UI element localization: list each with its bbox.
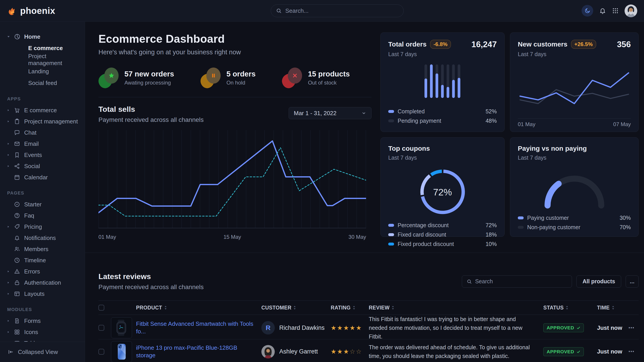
top-coupons-donut-chart: 72%: [418, 167, 467, 217]
row-actions-button[interactable]: ⋯: [628, 348, 639, 355]
sidebar-item-project-management-dashboard[interactable]: Project management: [7, 54, 79, 65]
sidebar-item-label: Project management: [24, 118, 78, 125]
caret-right-icon: [7, 109, 10, 112]
sidebar-item-landing[interactable]: Landing: [7, 65, 79, 77]
pause-icon: [210, 73, 216, 78]
collapse-sidebar-button[interactable]: Collapsed View: [0, 342, 85, 362]
row-actions-button[interactable]: ⋯: [628, 325, 639, 331]
table-row: Fitbit Sense Advanced Smartwatch with To…: [98, 315, 639, 340]
sidebar-item-email[interactable]: Email: [7, 138, 79, 149]
notifications-button[interactable]: [599, 7, 606, 14]
row-checkbox[interactable]: [98, 325, 104, 331]
question-circle-icon: [14, 212, 20, 219]
stat-new-orders: 57 new orders Awating processing: [98, 67, 174, 88]
sidebar-item-errors[interactable]: Errors: [7, 266, 79, 277]
card-subtitle: Last 7 days: [518, 154, 587, 161]
date-range-select[interactable]: Mar 1 - 31, 2022: [289, 107, 372, 119]
sidebar-item-calendar[interactable]: Calendar: [7, 172, 79, 183]
sidebar-item-social[interactable]: Social: [7, 161, 79, 172]
new-customers-card: New customers +26.5% Last 7 days 356 01 …: [510, 32, 639, 132]
product-link[interactable]: Fitbit Sense Advanced Smartwatch with To…: [136, 320, 261, 335]
column-header-review[interactable]: REVIEW: [369, 305, 543, 311]
divider: [98, 97, 372, 97]
phoenix-flame-icon: [7, 6, 16, 16]
rating-stars: ★★★★★: [331, 324, 369, 332]
customer-cell[interactable]: R Richard Dawkins: [261, 321, 331, 335]
search-input[interactable]: [285, 7, 398, 14]
grid-squares-icon: [14, 329, 20, 335]
customer-cell[interactable]: Ashley Garrett: [261, 345, 331, 359]
sort-icon: [566, 306, 568, 310]
sort-icon: [164, 306, 167, 310]
row-checkbox[interactable]: [98, 349, 104, 355]
brand-name: phoenix: [20, 6, 55, 16]
compass-icon: [14, 201, 20, 208]
sidebar-item-tables[interactable]: Tables: [7, 338, 79, 342]
moon-icon: [584, 7, 590, 14]
sidebar-item-app-ecommerce[interactable]: E commerce: [7, 105, 79, 116]
column-header-status[interactable]: STATUS: [543, 305, 597, 311]
column-header-product[interactable]: PRODUCT: [136, 305, 261, 311]
caret-right-icon: [7, 142, 10, 145]
date-range-value: Mar 1 - 31, 2022: [294, 110, 336, 117]
column-header-rating[interactable]: RATING: [331, 305, 369, 311]
sidebar-item-events[interactable]: Events: [7, 149, 79, 161]
apps-menu-button[interactable]: [612, 7, 619, 14]
sidebar-item-app-project-management[interactable]: Project management: [7, 116, 79, 127]
sidebar-item-pricing[interactable]: Pricing: [7, 221, 79, 232]
sidebar-item-authentication[interactable]: Authentication: [7, 277, 79, 288]
sidebar-item-label: Icons: [24, 329, 38, 336]
stat-subtitle: On hold: [226, 80, 256, 86]
sidebar-item-label: Errors: [24, 268, 40, 275]
user-avatar[interactable]: [624, 4, 637, 17]
sidebar-item-layouts[interactable]: Layouts: [7, 288, 79, 299]
total-sells-title: Total sells: [98, 105, 204, 114]
chat-bubble-icon: [14, 129, 20, 136]
sidebar-item-label: Forms: [24, 318, 41, 325]
sidebar-item-faq[interactable]: Faq: [7, 210, 79, 221]
stat-subtitle: Awating processing: [124, 80, 174, 86]
sidebar-item-timeline[interactable]: Timeline: [7, 255, 79, 266]
legend-item: Percentage discount 72%: [388, 220, 497, 230]
select-all-checkbox[interactable]: [98, 305, 104, 311]
sidebar-item-label: Tables: [24, 340, 41, 342]
sidebar-item-label: Authentication: [24, 279, 61, 286]
sidebar-item-chat[interactable]: Chat: [7, 127, 79, 138]
sidebar-item-icons[interactable]: Icons: [7, 327, 79, 338]
stat-out-of-stock: 15 products Out of stock: [282, 67, 350, 88]
sidebar-item-members[interactable]: Members: [7, 244, 79, 255]
page-subtitle: Here's what's going on at your business …: [98, 48, 372, 56]
rating-stars: ★★★☆☆: [331, 348, 369, 355]
share-nodes-icon: [14, 163, 20, 169]
reviews-search[interactable]: [462, 276, 572, 288]
theme-toggle-button[interactable]: [582, 5, 593, 16]
all-products-button[interactable]: All products: [576, 276, 621, 288]
reviews-more-button[interactable]: ...: [626, 276, 639, 288]
brand-logo[interactable]: phoenix: [7, 6, 85, 16]
sidebar-item-starter[interactable]: Starter: [7, 199, 79, 210]
column-header-customer[interactable]: CUSTOMER: [261, 305, 331, 311]
product-thumbnail: [111, 317, 132, 338]
card-value: 16,247: [472, 40, 497, 49]
sidebar-item-label: Starter: [24, 201, 42, 208]
paying-vs-nonpaying-card: Paying vs non paying Last 7 days Payi: [510, 137, 639, 237]
stat-title: 15 products: [308, 70, 350, 78]
sidebar-item-home[interactable]: Home: [7, 31, 79, 42]
sidebar-item-social-feed[interactable]: Social feed: [7, 77, 79, 89]
sidebar-item-label: Pricing: [24, 223, 42, 230]
global-search[interactable]: [271, 4, 404, 17]
warning-triangle-icon: [14, 268, 20, 275]
sidebar-item-ecommerce-dashboard[interactable]: E commerce: [7, 42, 79, 54]
caret-right-icon: [7, 153, 10, 156]
column-header-time[interactable]: TIME: [597, 305, 628, 311]
table-header-row: PRODUCT CUSTOMER RATING: [98, 301, 639, 315]
product-link[interactable]: iPhone 13 pro max-Pacific Blue-128GB sto…: [136, 344, 261, 359]
reviews-search-input[interactable]: [475, 278, 567, 285]
reviews-table: PRODUCT CUSTOMER RATING: [98, 301, 639, 362]
sidebar-item-label: Calendar: [24, 174, 48, 181]
sidebar-item-forms[interactable]: Forms: [7, 315, 79, 327]
sidebar-item-notifications[interactable]: Notifications: [7, 232, 79, 244]
stat-subtitle: Out of stock: [308, 80, 350, 86]
review-text: This Fitbit is fantastic! I was trying t…: [369, 315, 543, 341]
customer-avatar: R: [261, 321, 275, 335]
